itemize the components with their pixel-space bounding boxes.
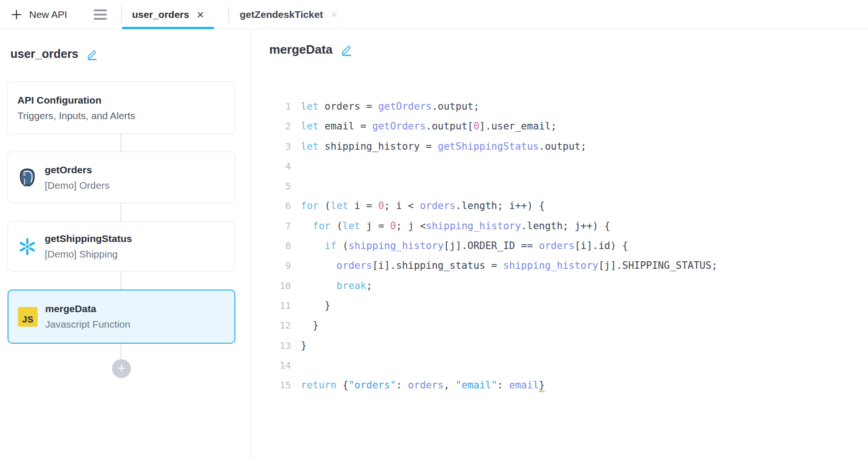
api-title-row: user_orders xyxy=(10,47,98,61)
code-line[interactable]: 13} xyxy=(251,336,864,355)
code-text: for (let i = 0; i < orders.length; i++) … xyxy=(301,196,545,216)
top-bar: New API user_orders × getZendeskTicket × xyxy=(0,0,868,29)
code-line[interactable]: 7 for (let j = 0; j <shipping_history.le… xyxy=(251,216,864,236)
code-line[interactable]: 2let email = getOrders.output[0].user_em… xyxy=(251,116,864,136)
step-subtitle: Triggers, Inputs, and Alerts xyxy=(17,110,135,121)
code-line[interactable]: 4 xyxy=(251,156,864,176)
step-card-api-configuration[interactable]: API Configuration Triggers, Inputs, and … xyxy=(8,81,235,134)
step-connector xyxy=(121,272,121,290)
step-subtitle: [Demo] Orders xyxy=(45,180,110,191)
line-number: 15 xyxy=(251,375,301,395)
line-number: 12 xyxy=(251,315,301,335)
add-step-button[interactable]: + xyxy=(112,359,131,378)
function-name: mergeData xyxy=(269,42,332,57)
edit-pencil-icon[interactable] xyxy=(340,43,353,56)
tab-get-zendesk-ticket[interactable]: getZendeskTicket × xyxy=(229,0,348,29)
close-icon[interactable]: × xyxy=(197,8,204,21)
code-line[interactable]: 12 } xyxy=(251,315,864,335)
line-number: 10 xyxy=(251,276,301,296)
code-text: return {"orders": orders, "email": email… xyxy=(301,375,545,395)
close-icon[interactable]: × xyxy=(330,8,338,21)
line-number: 14 xyxy=(251,355,301,375)
workflow-sidebar: user_orders API Configuration Triggers, … xyxy=(0,29,251,459)
line-number: 8 xyxy=(251,236,301,256)
code-line[interactable]: 9 orders[i].shipping_status = shipping_h… xyxy=(251,256,864,275)
code-line[interactable]: 6for (let i = 0; i < orders.length; i++)… xyxy=(251,196,864,216)
step-connector xyxy=(121,203,121,221)
code-editor[interactable]: 1let orders = getOrders.output;2let emai… xyxy=(251,97,864,395)
step-card-get-shipping-status[interactable]: getShippingStatus [Demo] Shipping xyxy=(8,221,235,272)
step-connector xyxy=(121,344,121,359)
code-text: } xyxy=(301,336,307,355)
line-number: 11 xyxy=(251,296,301,315)
line-number: 5 xyxy=(251,176,301,196)
menu-icon[interactable] xyxy=(94,9,107,20)
code-text: } xyxy=(301,315,319,335)
code-line[interactable]: 5 xyxy=(251,176,864,196)
tab-user-orders[interactable]: user_orders × xyxy=(122,0,215,29)
edit-pencil-icon[interactable] xyxy=(86,48,98,60)
step-title: mergeData xyxy=(45,303,130,314)
line-number: 1 xyxy=(251,97,301,116)
code-line[interactable]: 14 xyxy=(251,355,864,375)
snowflake-icon xyxy=(17,237,37,257)
code-text: if (shipping_history[j].ORDER_ID == orde… xyxy=(301,236,628,256)
line-number: 13 xyxy=(251,336,301,355)
code-line[interactable]: 1let orders = getOrders.output; xyxy=(251,97,864,116)
step-card-get-orders[interactable]: getOrders [Demo] Orders xyxy=(8,152,235,203)
code-text: let shipping_history = getShippingStatus… xyxy=(301,137,587,156)
javascript-icon: JS xyxy=(18,307,38,327)
code-line[interactable]: 8 if (shipping_history[j].ORDER_ID == or… xyxy=(251,236,864,256)
code-text: break; xyxy=(301,276,372,296)
code-text: orders[i].shipping_status = shipping_his… xyxy=(301,256,717,275)
code-text: } xyxy=(301,296,330,315)
step-subtitle: [Demo] Shipping xyxy=(45,249,132,260)
step-title: getOrders xyxy=(45,164,110,176)
new-api-button[interactable]: New API xyxy=(10,8,67,21)
code-line[interactable]: 10 break; xyxy=(251,276,864,296)
line-number: 4 xyxy=(251,156,301,176)
line-number: 6 xyxy=(251,196,301,216)
line-number: 2 xyxy=(251,116,301,136)
step-title: getShippingStatus xyxy=(45,233,132,244)
code-line[interactable]: 15return {"orders": orders, "email": ema… xyxy=(251,375,864,395)
code-line[interactable]: 3let shipping_history = getShippingStatu… xyxy=(251,137,864,156)
step-connector xyxy=(121,134,121,152)
function-title-row: mergeData xyxy=(269,42,353,57)
code-text: let email = getOrders.output[0].user_ema… xyxy=(301,116,557,136)
code-text: let orders = getOrders.output; xyxy=(301,97,479,116)
postgresql-icon xyxy=(17,168,37,187)
step-card-merge-data[interactable]: JS mergeData Javascript Function xyxy=(8,290,235,344)
line-number: 7 xyxy=(251,216,301,236)
plus-icon xyxy=(10,8,23,21)
step-subtitle: Javascript Function xyxy=(45,319,130,330)
line-number: 3 xyxy=(251,137,301,156)
api-name: user_orders xyxy=(10,47,79,61)
code-line[interactable]: 11 } xyxy=(251,296,864,315)
step-title: API Configuration xyxy=(17,95,135,106)
code-text: for (let j = 0; j <shipping_history.leng… xyxy=(301,216,611,236)
tab-label: getZendeskTicket xyxy=(240,9,323,20)
new-api-label: New API xyxy=(29,9,67,20)
tab-label: user_orders xyxy=(132,9,189,20)
line-number: 9 xyxy=(251,256,301,275)
